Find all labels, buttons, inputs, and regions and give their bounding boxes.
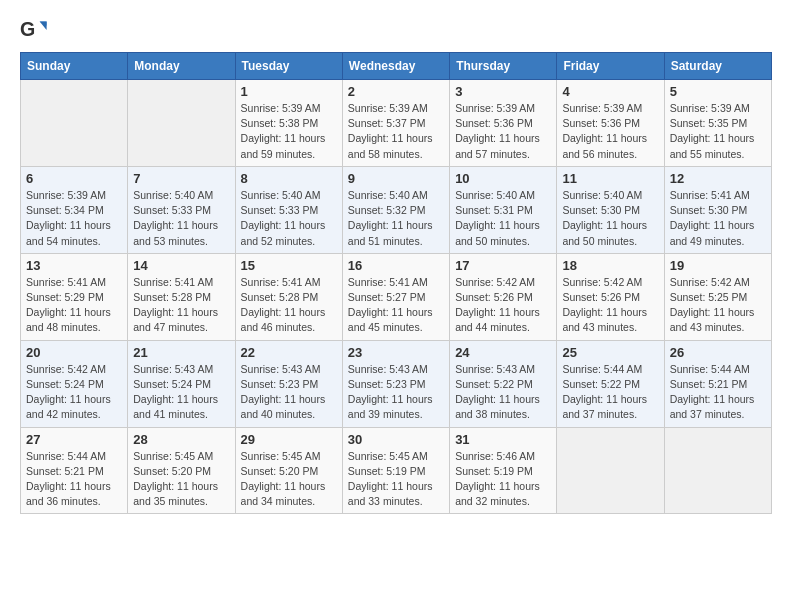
day-info: Sunrise: 5:43 AM Sunset: 5:24 PM Dayligh… bbox=[133, 362, 229, 423]
calendar-cell bbox=[557, 427, 664, 514]
calendar-cell: 1Sunrise: 5:39 AM Sunset: 5:38 PM Daylig… bbox=[235, 80, 342, 167]
day-info: Sunrise: 5:39 AM Sunset: 5:34 PM Dayligh… bbox=[26, 188, 122, 249]
logo-icon: G bbox=[20, 16, 48, 44]
day-info: Sunrise: 5:41 AM Sunset: 5:28 PM Dayligh… bbox=[133, 275, 229, 336]
calendar-cell: 4Sunrise: 5:39 AM Sunset: 5:36 PM Daylig… bbox=[557, 80, 664, 167]
day-number: 19 bbox=[670, 258, 766, 273]
calendar-table: SundayMondayTuesdayWednesdayThursdayFrid… bbox=[20, 52, 772, 514]
day-number: 6 bbox=[26, 171, 122, 186]
day-info: Sunrise: 5:40 AM Sunset: 5:31 PM Dayligh… bbox=[455, 188, 551, 249]
calendar-cell: 12Sunrise: 5:41 AM Sunset: 5:30 PM Dayli… bbox=[664, 166, 771, 253]
day-number: 3 bbox=[455, 84, 551, 99]
calendar-cell: 14Sunrise: 5:41 AM Sunset: 5:28 PM Dayli… bbox=[128, 253, 235, 340]
day-info: Sunrise: 5:40 AM Sunset: 5:33 PM Dayligh… bbox=[241, 188, 337, 249]
day-number: 7 bbox=[133, 171, 229, 186]
calendar-cell: 7Sunrise: 5:40 AM Sunset: 5:33 PM Daylig… bbox=[128, 166, 235, 253]
day-info: Sunrise: 5:39 AM Sunset: 5:38 PM Dayligh… bbox=[241, 101, 337, 162]
calendar-cell: 11Sunrise: 5:40 AM Sunset: 5:30 PM Dayli… bbox=[557, 166, 664, 253]
day-info: Sunrise: 5:43 AM Sunset: 5:23 PM Dayligh… bbox=[241, 362, 337, 423]
day-info: Sunrise: 5:40 AM Sunset: 5:30 PM Dayligh… bbox=[562, 188, 658, 249]
weekday-header-sunday: Sunday bbox=[21, 53, 128, 80]
calendar-cell: 16Sunrise: 5:41 AM Sunset: 5:27 PM Dayli… bbox=[342, 253, 449, 340]
day-info: Sunrise: 5:41 AM Sunset: 5:30 PM Dayligh… bbox=[670, 188, 766, 249]
day-info: Sunrise: 5:41 AM Sunset: 5:28 PM Dayligh… bbox=[241, 275, 337, 336]
day-number: 10 bbox=[455, 171, 551, 186]
calendar-cell: 25Sunrise: 5:44 AM Sunset: 5:22 PM Dayli… bbox=[557, 340, 664, 427]
calendar-cell: 9Sunrise: 5:40 AM Sunset: 5:32 PM Daylig… bbox=[342, 166, 449, 253]
calendar-cell: 10Sunrise: 5:40 AM Sunset: 5:31 PM Dayli… bbox=[450, 166, 557, 253]
day-number: 20 bbox=[26, 345, 122, 360]
day-number: 30 bbox=[348, 432, 444, 447]
day-info: Sunrise: 5:40 AM Sunset: 5:32 PM Dayligh… bbox=[348, 188, 444, 249]
calendar-week-1: 1Sunrise: 5:39 AM Sunset: 5:38 PM Daylig… bbox=[21, 80, 772, 167]
day-number: 16 bbox=[348, 258, 444, 273]
calendar-cell bbox=[664, 427, 771, 514]
day-number: 31 bbox=[455, 432, 551, 447]
day-info: Sunrise: 5:40 AM Sunset: 5:33 PM Dayligh… bbox=[133, 188, 229, 249]
day-number: 17 bbox=[455, 258, 551, 273]
svg-text:G: G bbox=[20, 18, 35, 40]
day-number: 24 bbox=[455, 345, 551, 360]
day-number: 15 bbox=[241, 258, 337, 273]
day-number: 18 bbox=[562, 258, 658, 273]
day-number: 25 bbox=[562, 345, 658, 360]
day-info: Sunrise: 5:45 AM Sunset: 5:20 PM Dayligh… bbox=[133, 449, 229, 510]
weekday-header-wednesday: Wednesday bbox=[342, 53, 449, 80]
day-info: Sunrise: 5:41 AM Sunset: 5:29 PM Dayligh… bbox=[26, 275, 122, 336]
day-number: 2 bbox=[348, 84, 444, 99]
day-info: Sunrise: 5:42 AM Sunset: 5:26 PM Dayligh… bbox=[562, 275, 658, 336]
calendar-header-row: SundayMondayTuesdayWednesdayThursdayFrid… bbox=[21, 53, 772, 80]
weekday-header-tuesday: Tuesday bbox=[235, 53, 342, 80]
calendar-cell: 23Sunrise: 5:43 AM Sunset: 5:23 PM Dayli… bbox=[342, 340, 449, 427]
calendar-cell: 21Sunrise: 5:43 AM Sunset: 5:24 PM Dayli… bbox=[128, 340, 235, 427]
calendar-cell: 28Sunrise: 5:45 AM Sunset: 5:20 PM Dayli… bbox=[128, 427, 235, 514]
calendar-cell: 20Sunrise: 5:42 AM Sunset: 5:24 PM Dayli… bbox=[21, 340, 128, 427]
day-info: Sunrise: 5:44 AM Sunset: 5:21 PM Dayligh… bbox=[670, 362, 766, 423]
calendar-cell: 22Sunrise: 5:43 AM Sunset: 5:23 PM Dayli… bbox=[235, 340, 342, 427]
calendar-cell: 13Sunrise: 5:41 AM Sunset: 5:29 PM Dayli… bbox=[21, 253, 128, 340]
calendar-cell: 29Sunrise: 5:45 AM Sunset: 5:20 PM Dayli… bbox=[235, 427, 342, 514]
day-number: 1 bbox=[241, 84, 337, 99]
day-number: 21 bbox=[133, 345, 229, 360]
day-info: Sunrise: 5:43 AM Sunset: 5:23 PM Dayligh… bbox=[348, 362, 444, 423]
day-number: 28 bbox=[133, 432, 229, 447]
day-info: Sunrise: 5:42 AM Sunset: 5:24 PM Dayligh… bbox=[26, 362, 122, 423]
calendar-week-2: 6Sunrise: 5:39 AM Sunset: 5:34 PM Daylig… bbox=[21, 166, 772, 253]
day-info: Sunrise: 5:45 AM Sunset: 5:19 PM Dayligh… bbox=[348, 449, 444, 510]
calendar-week-3: 13Sunrise: 5:41 AM Sunset: 5:29 PM Dayli… bbox=[21, 253, 772, 340]
calendar-cell: 17Sunrise: 5:42 AM Sunset: 5:26 PM Dayli… bbox=[450, 253, 557, 340]
day-info: Sunrise: 5:39 AM Sunset: 5:36 PM Dayligh… bbox=[455, 101, 551, 162]
day-number: 22 bbox=[241, 345, 337, 360]
day-info: Sunrise: 5:39 AM Sunset: 5:36 PM Dayligh… bbox=[562, 101, 658, 162]
logo: G bbox=[20, 16, 52, 44]
weekday-header-friday: Friday bbox=[557, 53, 664, 80]
day-info: Sunrise: 5:44 AM Sunset: 5:22 PM Dayligh… bbox=[562, 362, 658, 423]
day-info: Sunrise: 5:42 AM Sunset: 5:26 PM Dayligh… bbox=[455, 275, 551, 336]
calendar-cell: 30Sunrise: 5:45 AM Sunset: 5:19 PM Dayli… bbox=[342, 427, 449, 514]
calendar-cell: 15Sunrise: 5:41 AM Sunset: 5:28 PM Dayli… bbox=[235, 253, 342, 340]
calendar-cell: 26Sunrise: 5:44 AM Sunset: 5:21 PM Dayli… bbox=[664, 340, 771, 427]
day-info: Sunrise: 5:39 AM Sunset: 5:37 PM Dayligh… bbox=[348, 101, 444, 162]
calendar-cell: 27Sunrise: 5:44 AM Sunset: 5:21 PM Dayli… bbox=[21, 427, 128, 514]
day-number: 9 bbox=[348, 171, 444, 186]
weekday-header-thursday: Thursday bbox=[450, 53, 557, 80]
header: G bbox=[20, 16, 772, 44]
calendar-cell bbox=[21, 80, 128, 167]
day-info: Sunrise: 5:41 AM Sunset: 5:27 PM Dayligh… bbox=[348, 275, 444, 336]
day-number: 8 bbox=[241, 171, 337, 186]
calendar-cell: 3Sunrise: 5:39 AM Sunset: 5:36 PM Daylig… bbox=[450, 80, 557, 167]
calendar-cell: 5Sunrise: 5:39 AM Sunset: 5:35 PM Daylig… bbox=[664, 80, 771, 167]
day-info: Sunrise: 5:46 AM Sunset: 5:19 PM Dayligh… bbox=[455, 449, 551, 510]
calendar-week-4: 20Sunrise: 5:42 AM Sunset: 5:24 PM Dayli… bbox=[21, 340, 772, 427]
svg-marker-2 bbox=[40, 22, 47, 30]
day-number: 4 bbox=[562, 84, 658, 99]
day-number: 29 bbox=[241, 432, 337, 447]
calendar-cell: 2Sunrise: 5:39 AM Sunset: 5:37 PM Daylig… bbox=[342, 80, 449, 167]
calendar-cell: 31Sunrise: 5:46 AM Sunset: 5:19 PM Dayli… bbox=[450, 427, 557, 514]
day-info: Sunrise: 5:43 AM Sunset: 5:22 PM Dayligh… bbox=[455, 362, 551, 423]
day-number: 14 bbox=[133, 258, 229, 273]
day-number: 5 bbox=[670, 84, 766, 99]
weekday-header-saturday: Saturday bbox=[664, 53, 771, 80]
day-number: 11 bbox=[562, 171, 658, 186]
weekday-header-monday: Monday bbox=[128, 53, 235, 80]
